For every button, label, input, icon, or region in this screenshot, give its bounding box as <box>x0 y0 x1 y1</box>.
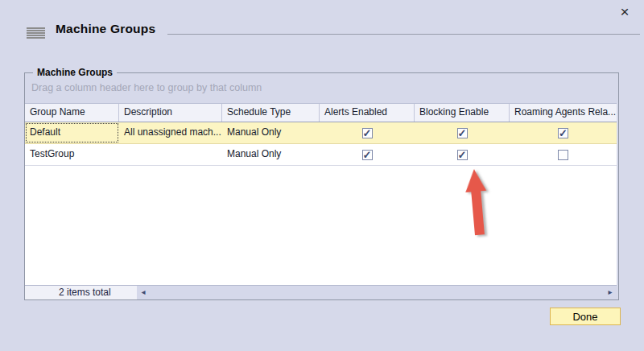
grid-header-row: Group Name Description Schedule Type Ale… <box>25 103 617 122</box>
cell-schedule-type[interactable]: Manual Only <box>222 144 320 165</box>
roaming-agents-checkbox[interactable]: ✓ <box>558 128 568 138</box>
cell-roaming-agents <box>510 144 617 165</box>
scroll-left-icon[interactable]: ◂ <box>137 286 150 299</box>
roaming-agents-checkbox[interactable] <box>558 150 568 160</box>
alerts-enabled-checkbox[interactable]: ✓ <box>362 150 373 160</box>
group-by-panel[interactable]: Drag a column header here to group by th… <box>25 73 618 103</box>
machine-groups-panel: Machine Groups Drag a column header here… <box>24 72 619 300</box>
done-button[interactable]: Done <box>550 308 621 325</box>
cell-description[interactable]: All unassigned mach... <box>119 122 222 143</box>
table-row-default: Default All unassigned mach... Manual On… <box>25 122 617 144</box>
table-row-testgroup: TestGroup Manual Only ✓ ✓ <box>25 144 617 166</box>
cell-group-name[interactable]: TestGroup <box>25 144 119 165</box>
cell-blocking-enable: ✓ <box>415 144 510 165</box>
alerts-enabled-checkbox[interactable]: ✓ <box>362 128 373 138</box>
grid-footer: 2 items total ◂ ▸ <box>25 285 617 299</box>
machine-groups-dialog: { "window": { "close_glyph": "×" }, "hea… <box>0 0 644 351</box>
horizontal-scrollbar[interactable]: ◂ ▸ <box>137 286 617 299</box>
cell-alerts-enabled: ✓ <box>320 144 415 165</box>
scroll-right-icon[interactable]: ▸ <box>604 286 617 299</box>
cell-blocking-enable: ✓ <box>415 122 510 143</box>
items-total-label: 2 items total <box>59 286 111 299</box>
column-header-blocking-enable[interactable]: Blocking Enable <box>415 104 510 122</box>
machine-groups-grid: Group Name Description Schedule Type Ale… <box>25 103 617 299</box>
column-header-roaming-agents[interactable]: Roaming Agents Rela... <box>510 104 617 122</box>
column-header-alerts-enabled[interactable]: Alerts Enabled <box>320 104 415 122</box>
column-header-description[interactable]: Description <box>119 104 222 122</box>
cell-group-name[interactable]: Default <box>25 122 119 143</box>
cell-description[interactable] <box>119 144 222 165</box>
annotation-arrow-icon <box>458 167 500 241</box>
column-header-group-name[interactable]: Group Name <box>25 104 119 122</box>
cell-roaming-agents: ✓ <box>510 122 617 143</box>
close-icon[interactable]: × <box>617 4 633 20</box>
title-divider <box>167 34 640 35</box>
machine-groups-icon <box>27 27 45 39</box>
blocking-enable-checkbox[interactable]: ✓ <box>457 150 468 160</box>
page-title: Machine Groups <box>56 22 155 36</box>
cell-alerts-enabled: ✓ <box>320 122 415 143</box>
column-header-schedule-type[interactable]: Schedule Type <box>222 104 320 122</box>
blocking-enable-checkbox[interactable]: ✓ <box>457 128 468 138</box>
cell-schedule-type[interactable]: Manual Only <box>222 122 320 143</box>
